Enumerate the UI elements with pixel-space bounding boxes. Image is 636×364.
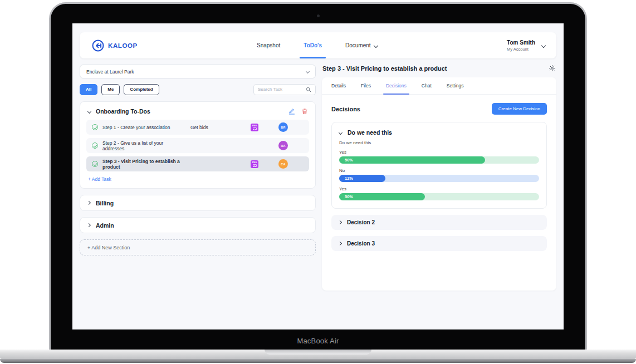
main-nav: Snapshot ToDo's Document <box>257 32 378 58</box>
assignee-avatar[interactable]: CA <box>278 159 288 169</box>
add-new-section-button[interactable]: + Add New Section <box>80 239 316 255</box>
search-task-input[interactable] <box>258 87 303 92</box>
decision-row-2[interactable]: Decision 2 <box>331 215 547 230</box>
option-label: No <box>339 168 539 173</box>
chevron-right-icon <box>338 220 342 224</box>
user-subtitle: My Account <box>507 47 535 52</box>
tab-files[interactable]: Files <box>361 77 371 94</box>
nav-document-label: Document <box>345 42 371 48</box>
task-label: Step 1 - Create your association <box>102 125 186 130</box>
detail-tabs: Details Files Decisions Chat Settings <box>322 77 556 95</box>
kaloop-logo-icon <box>92 40 104 52</box>
image-icon <box>253 164 257 167</box>
section-title: Onboarding To-Dos <box>96 108 150 115</box>
check-circle-icon[interactable] <box>92 124 98 130</box>
task-row-step2[interactable]: Step 2 - Give us a list of your addresse… <box>86 138 309 153</box>
logo-text: KALOOP <box>108 42 138 49</box>
task-label: Step 2 - Give us a list of your addresse… <box>102 140 186 151</box>
account-menu[interactable]: Tom Smith My Account <box>507 40 545 52</box>
section-header[interactable]: Onboarding To-Dos <box>86 106 309 116</box>
decision-subtitle: Do we need this <box>339 140 539 145</box>
add-task-button[interactable]: + Add Task <box>88 176 111 182</box>
decision-title: Decision 3 <box>347 240 375 247</box>
decisions-panel: Decisions Create New Decision Do we need… <box>322 95 556 251</box>
chevron-down-icon <box>306 70 310 73</box>
chevron-right-icon <box>338 242 342 245</box>
task-row-step3[interactable]: Step 3 - Visit Pricing to establish a pr… <box>86 156 309 171</box>
chevron-down-icon <box>339 130 343 134</box>
assignee-avatar[interactable]: BR <box>278 122 288 132</box>
png-file-badge[interactable]: PNG <box>251 124 258 131</box>
section-title: Billing <box>96 200 114 206</box>
vote-bar-track: 12% <box>339 175 539 182</box>
image-icon <box>253 127 257 130</box>
filter-me-button[interactable]: Me <box>101 84 120 95</box>
section-billing[interactable]: Billing <box>80 195 316 211</box>
task-row-step1[interactable]: Step 1 - Create your association Get bid… <box>86 120 309 135</box>
kaloop-logo[interactable]: KALOOP <box>92 40 138 52</box>
section-admin[interactable]: Admin <box>80 217 316 233</box>
vote-percentage: 50% <box>345 158 353 163</box>
chevron-down-icon <box>373 43 378 47</box>
tab-chat[interactable]: Chat <box>422 77 432 94</box>
vote-bar-fill: 50% <box>339 156 485 164</box>
search-icon <box>306 87 311 92</box>
laptop-base-lip <box>0 359 636 363</box>
vote-bar-fill: 12% <box>339 175 385 182</box>
decision-header[interactable]: Do we need this <box>339 129 539 136</box>
tab-decisions[interactable]: Decisions <box>386 77 407 94</box>
check-circle-icon[interactable] <box>92 161 98 167</box>
top-navbar: KALOOP Snapshot ToDo's Document Tom Smit… <box>80 32 556 58</box>
vote-bar-track: 50% <box>339 193 539 200</box>
laptop-base <box>0 350 636 359</box>
content-columns: Enclave at Laurel Park All Me Completed <box>80 65 556 291</box>
app-screen: KALOOP Snapshot ToDo's Document Tom Smit… <box>72 23 564 329</box>
decision-row-3[interactable]: Decision 3 <box>331 236 547 251</box>
vote-bar-track: 50% <box>339 156 539 164</box>
user-name: Tom Smith <box>507 40 535 46</box>
settings-gear-icon[interactable] <box>549 65 556 72</box>
nav-todos[interactable]: ToDo's <box>304 32 322 58</box>
search-task-box <box>253 84 316 95</box>
task-note: Get bids <box>190 125 231 130</box>
tasks-panel: Enclave at Laurel Park All Me Completed <box>80 65 316 291</box>
tab-details[interactable]: Details <box>331 77 346 94</box>
assignee-avatar[interactable]: HA <box>278 141 288 150</box>
create-new-decision-button[interactable]: Create New Decision <box>492 103 547 115</box>
check-circle-icon[interactable] <box>92 142 98 149</box>
laptop-base-notch <box>265 350 371 355</box>
filter-completed-button[interactable]: Completed <box>124 84 159 95</box>
chevron-down-icon <box>541 43 546 47</box>
vote-bar-fill: 50% <box>339 193 425 200</box>
task-label: Step 3 - Visit Pricing to establish a pr… <box>102 159 186 170</box>
decisions-heading: Decisions <box>331 106 360 112</box>
vote-percentage: 12% <box>345 176 353 181</box>
chevron-right-icon <box>87 201 91 205</box>
edit-pencil-icon[interactable] <box>288 108 295 115</box>
task-detail-panel: Step 3 - Visit Pricing to establish a pr… <box>322 65 556 291</box>
option-label: Yes <box>339 150 539 155</box>
detail-title: Step 3 - Visit Pricing to establish a pr… <box>322 65 447 72</box>
macbook-mockup: MacBook Air KALOOP Snapshot ToDo's <box>0 0 636 364</box>
chevron-down-icon <box>87 109 91 113</box>
vote-percentage: 50% <box>345 194 353 199</box>
chevron-right-icon <box>87 223 91 227</box>
decision-title: Decision 2 <box>347 219 375 225</box>
png-file-badge[interactable]: PNG <box>251 160 258 168</box>
delete-trash-icon[interactable] <box>301 108 308 115</box>
webcam-icon <box>317 14 320 17</box>
task-filters: All Me Completed <box>80 83 316 95</box>
association-select-value: Enclave at Laurel Park <box>86 69 134 75</box>
association-select[interactable]: Enclave at Laurel Park <box>80 65 316 78</box>
decision-title: Do we need this <box>348 129 392 136</box>
option-label: Yes <box>339 186 539 191</box>
tab-settings[interactable]: Settings <box>447 77 464 94</box>
decision-card-open: Do we need this Do we need this Yes 50% … <box>331 122 547 209</box>
section-onboarding-todos: Onboarding To-Dos <box>80 101 316 189</box>
nav-document[interactable]: Document <box>345 32 378 58</box>
detail-header: Step 3 - Visit Pricing to establish a pr… <box>322 65 556 72</box>
nav-snapshot[interactable]: Snapshot <box>257 32 280 58</box>
macbook-label: MacBook Air <box>51 337 585 345</box>
detail-card: Details Files Decisions Chat Settings De… <box>322 77 556 291</box>
filter-all-button[interactable]: All <box>80 84 97 95</box>
